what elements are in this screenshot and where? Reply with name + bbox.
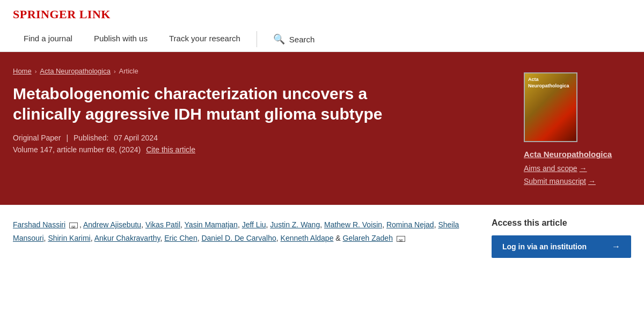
- submit-arrow: →: [588, 177, 596, 186]
- meta-separator: |: [66, 134, 68, 142]
- author-ankur[interactable]: Ankur Chakravarthy: [94, 234, 160, 242]
- breadcrumb-journal[interactable]: Acta Neuropathologica: [40, 67, 111, 75]
- aims-scope-link[interactable]: Aims and scope →: [524, 164, 587, 173]
- authors-container: Farshad Nassiri ✉, Andrew Ajisebutu, Vik…: [13, 218, 475, 258]
- author-mathew[interactable]: Mathew R. Voisin: [324, 220, 382, 229]
- nav-links: Find a journal Publish with us Track you…: [13, 27, 251, 51]
- published-label: Published:: [74, 134, 108, 142]
- article-type: Original Paper: [13, 134, 61, 142]
- track-research-link[interactable]: Track your research: [158, 27, 251, 51]
- author-justin[interactable]: Justin Z. Wang: [270, 220, 320, 229]
- nav-divider: [257, 31, 257, 47]
- author-vikas[interactable]: Vikas Patil: [145, 220, 180, 229]
- access-title: Access this article: [492, 218, 631, 228]
- email-icon-gelareh: ✉: [397, 236, 405, 242]
- search-button[interactable]: 🔍 Search: [262, 27, 326, 51]
- access-section: Access this article Log in via an instit…: [492, 218, 631, 258]
- author-yasin[interactable]: Yasin Mamatjan: [185, 220, 238, 229]
- breadcrumb: Home › Acta Neuropathologica › Article: [13, 67, 508, 75]
- breadcrumb-sep-2: ›: [114, 68, 116, 75]
- search-label: Search: [289, 35, 315, 44]
- article-info: Home › Acta Neuropathologica › Article M…: [13, 67, 508, 190]
- article-banner: Home › Acta Neuropathologica › Article M…: [0, 52, 644, 205]
- author-kenneth[interactable]: Kenneth Aldape: [281, 234, 334, 242]
- page-header: SPRINGER LINK Find a journal Publish wit…: [0, 0, 644, 52]
- author-shirin[interactable]: Shirin Karimi: [48, 234, 90, 242]
- breadcrumb-section: Article: [119, 67, 138, 75]
- aims-scope-arrow: →: [580, 164, 587, 173]
- journal-cover-image: Acta Neuropathologica: [524, 72, 577, 142]
- login-button-arrow: →: [612, 242, 620, 251]
- author-eric[interactable]: Eric Chen: [164, 234, 197, 242]
- article-volume-line: Volume 147, article number 68, (2024) Ci…: [13, 145, 508, 154]
- author-farshad[interactable]: Farshad Nassiri: [13, 220, 65, 229]
- authors-access-section: Farshad Nassiri ✉, Andrew Ajisebutu, Vik…: [0, 205, 644, 258]
- springer-logo: SPRINGER LINK: [13, 8, 631, 21]
- publish-with-us-link[interactable]: Publish with us: [83, 27, 158, 51]
- article-meta: Original Paper | Published: 07 April 202…: [13, 134, 508, 142]
- article-title: Metabologenomic characterization uncover…: [13, 84, 421, 124]
- main-nav: Find a journal Publish with us Track you…: [13, 27, 631, 51]
- breadcrumb-sep-1: ›: [35, 68, 37, 75]
- search-icon: 🔍: [273, 33, 285, 45]
- login-institution-button[interactable]: Log in via an institution →: [492, 235, 631, 258]
- email-icon-farshad: ✉: [69, 223, 78, 228]
- and-text: &: [335, 234, 342, 242]
- author-gelareh[interactable]: Gelareh Zadeh: [343, 234, 393, 242]
- login-button-label: Log in via an institution: [502, 242, 587, 251]
- journal-cover-text: Acta Neuropathologica: [528, 77, 569, 89]
- submit-manuscript-link[interactable]: Submit manuscript →: [524, 177, 596, 186]
- cite-article-link[interactable]: Cite this article: [146, 145, 195, 154]
- breadcrumb-home[interactable]: Home: [13, 67, 32, 75]
- find-journal-link[interactable]: Find a journal: [13, 27, 83, 51]
- journal-name-link[interactable]: Acta Neuropathologica: [524, 150, 612, 159]
- journal-sidebar: Acta Neuropathologica Acta Neuropatholog…: [524, 67, 631, 190]
- author-andrew[interactable]: Andrew Ajisebutu: [83, 220, 141, 229]
- author-daniel[interactable]: Daniel D. De Carvalho: [201, 234, 276, 242]
- article-volume: Volume 147, article number 68, (2024): [13, 145, 141, 154]
- author-jeff[interactable]: Jeff Liu: [242, 220, 266, 229]
- published-date: 07 April 2024: [114, 134, 158, 142]
- authors-list: Farshad Nassiri ✉, Andrew Ajisebutu, Vik…: [13, 218, 475, 245]
- author-romina[interactable]: Romina Nejad: [386, 220, 434, 229]
